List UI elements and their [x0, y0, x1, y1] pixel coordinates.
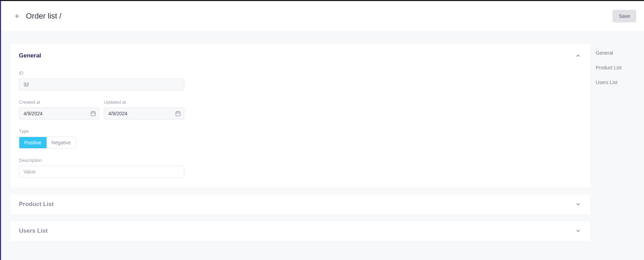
field-updated-at: Updated at [104, 100, 184, 119]
updated-at-label: Updated at [104, 100, 184, 105]
save-button[interactable]: Save [612, 10, 636, 22]
description-label: Description [19, 158, 582, 163]
section-users-list-title: Users List [19, 227, 48, 234]
field-id: ID [19, 70, 582, 90]
field-created-at: Created at [19, 100, 100, 119]
created-at-wrapper [19, 108, 100, 119]
section-general-title: General [19, 52, 41, 59]
type-option-positive[interactable]: Positive [19, 137, 47, 148]
header-left: Order list / [14, 12, 61, 21]
type-toggle-group: Positive Negative [19, 137, 76, 149]
nav-item-users-list[interactable]: Users List [596, 77, 638, 88]
type-label: Type [19, 129, 582, 134]
content-wrapper: General ID Created at [0, 31, 644, 241]
nav-item-general[interactable]: General [596, 47, 638, 59]
section-product-list-title: Product List [19, 201, 54, 208]
id-input [19, 78, 184, 90]
updated-at-wrapper [104, 108, 184, 119]
field-description: Description [19, 158, 582, 178]
field-type: Type Positive Negative [19, 129, 582, 149]
type-option-negative[interactable]: Negative [47, 137, 76, 148]
updated-at-input[interactable] [104, 108, 184, 119]
section-general-body: ID Created at Updated at [19, 59, 582, 178]
created-at-label: Created at [19, 100, 100, 105]
section-users-list-header[interactable]: Users List [19, 227, 582, 234]
nav-item-product-list[interactable]: Product List [596, 62, 638, 73]
created-at-input[interactable] [19, 108, 100, 119]
section-general-header[interactable]: General [19, 52, 582, 59]
right-nav: General Product List Users List [596, 44, 638, 241]
date-row: Created at Updated at [19, 100, 582, 119]
back-arrow-icon[interactable] [14, 13, 21, 20]
description-input[interactable] [19, 166, 184, 178]
id-label: ID [19, 70, 582, 76]
main-column: General ID Created at [11, 44, 590, 241]
window-left-border [0, 1, 1, 260]
section-users-list: Users List [11, 221, 590, 241]
chevron-down-icon [575, 201, 582, 208]
page-header: Order list / Save [0, 1, 644, 31]
section-product-list: Product List [11, 194, 590, 214]
chevron-up-icon [575, 52, 582, 59]
page-title: Order list / [26, 12, 61, 21]
section-general: General ID Created at [11, 44, 590, 187]
chevron-down-icon [575, 227, 582, 234]
section-product-list-header[interactable]: Product List [19, 201, 582, 208]
